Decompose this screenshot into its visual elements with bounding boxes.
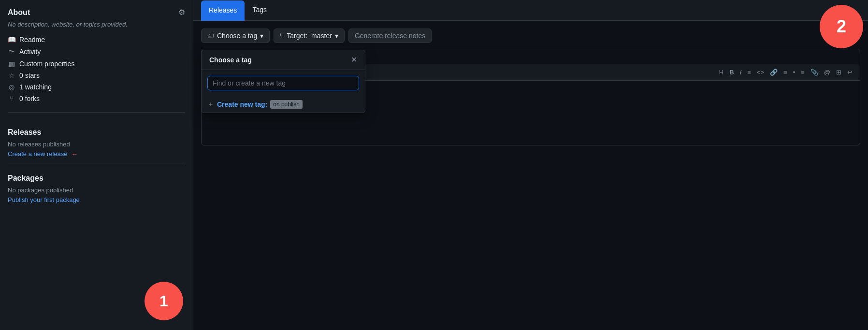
publish-first-package-link[interactable]: Publish your first package xyxy=(8,196,80,203)
gear-icon[interactable]: ⚙ xyxy=(178,8,185,17)
tag-search-input[interactable] xyxy=(207,76,359,90)
tab-tags[interactable]: Tags xyxy=(245,0,275,20)
readme-icon: 📖 xyxy=(8,36,15,43)
tabs-bar: Releases Tags xyxy=(193,0,868,21)
dropdown-search-area xyxy=(202,70,365,96)
editor-code-btn[interactable]: <> xyxy=(754,67,767,77)
create-new-tag-option[interactable]: ＋ Create new tag: on publish xyxy=(202,96,365,113)
editor-task-btn[interactable]: ≡ xyxy=(798,67,807,77)
editor-attach-btn[interactable]: 📎 xyxy=(808,67,821,77)
activity-icon: 〜 xyxy=(8,47,15,56)
editor-reference-btn[interactable]: ⊞ xyxy=(834,67,844,77)
packages-section: Packages No packages published Publish y… xyxy=(8,166,185,211)
editor-italic-btn[interactable]: I xyxy=(738,67,744,77)
target-label: Target: xyxy=(287,32,307,40)
editor-undo-btn[interactable]: ↩ xyxy=(845,67,855,77)
chevron-down-icon-target: ▾ xyxy=(335,32,338,40)
plus-icon: ＋ xyxy=(207,100,214,109)
editor-mention-btn[interactable]: @ xyxy=(822,67,833,77)
choose-tag-label: Choose a tag xyxy=(217,32,257,40)
sidebar-nav-item-readme[interactable]: 📖 Readme xyxy=(8,34,185,45)
badge-1: 1 xyxy=(145,282,183,320)
eye-icon: ◎ xyxy=(8,83,15,91)
badge-2: 2 xyxy=(820,5,863,48)
choose-tag-button[interactable]: 🏷 Choose a tag ▾ xyxy=(201,29,270,43)
choose-tag-dropdown: Choose a tag ✕ ＋ Create new tag: on publ… xyxy=(201,50,365,113)
about-title: About xyxy=(8,8,30,17)
sidebar-nav-item-watching[interactable]: ◎ 1 watching xyxy=(8,81,185,93)
sidebar-nav-item-forks[interactable]: ⑂ 0 forks xyxy=(8,93,185,104)
releases-section: Releases No releases published Create a … xyxy=(8,120,185,166)
fork-icon: ⑂ xyxy=(8,95,15,102)
packages-title: Packages xyxy=(8,174,185,183)
target-button[interactable]: ⑂ Target: master ▾ xyxy=(274,29,345,43)
editor-bold-btn[interactable]: B xyxy=(727,67,736,77)
target-value: master xyxy=(311,32,332,40)
sidebar-nav-item-custom-properties[interactable]: ▦ Custom properties xyxy=(8,58,185,70)
editor-ol-btn[interactable]: ≡ xyxy=(781,67,790,77)
create-new-release-link[interactable]: Create a new release xyxy=(8,150,68,158)
sidebar-nav-item-activity[interactable]: 〜 Activity xyxy=(8,45,185,58)
star-icon: ☆ xyxy=(8,72,15,79)
create-tag-text: Create new tag: xyxy=(217,100,267,108)
main-content: 2 Releases Tags 🏷 Choose a tag ▾ ⑂ Targe… xyxy=(193,0,868,330)
release-area: 🏷 Choose a tag ▾ ⑂ Target: master ▾ Gene… xyxy=(193,21,868,330)
on-publish-label: on publish xyxy=(270,100,303,109)
release-toolbar: 🏷 Choose a tag ▾ ⑂ Target: master ▾ Gene… xyxy=(201,29,860,43)
sidebar-nav-item-stars[interactable]: ☆ 0 stars xyxy=(8,70,185,81)
chevron-down-icon: ▾ xyxy=(260,32,263,40)
tag-icon: 🏷 xyxy=(207,32,214,40)
close-dropdown-button[interactable]: ✕ xyxy=(351,56,357,64)
branch-icon: ⑂ xyxy=(280,32,284,40)
custom-properties-icon: ▦ xyxy=(8,60,15,68)
editor-heading-btn[interactable]: H xyxy=(717,67,726,77)
editor-link-btn[interactable]: 🔗 xyxy=(767,67,780,77)
no-releases-text: No releases published xyxy=(8,141,185,148)
tab-releases[interactable]: Releases xyxy=(201,0,245,21)
generate-release-notes-button[interactable]: Generate release notes xyxy=(348,29,432,43)
arrow-right-icon: ← xyxy=(72,150,78,158)
no-packages-text: No packages published xyxy=(8,187,185,194)
dropdown-title: Choose a tag xyxy=(209,56,252,64)
releases-title: Releases xyxy=(8,128,185,137)
editor-ul-btn[interactable]: • xyxy=(791,67,798,77)
editor-quote-btn[interactable]: ≡ xyxy=(745,67,753,77)
about-section: About ⚙ No description, website, or topi… xyxy=(8,8,185,113)
about-description: No description, website, or topics provi… xyxy=(8,21,185,28)
